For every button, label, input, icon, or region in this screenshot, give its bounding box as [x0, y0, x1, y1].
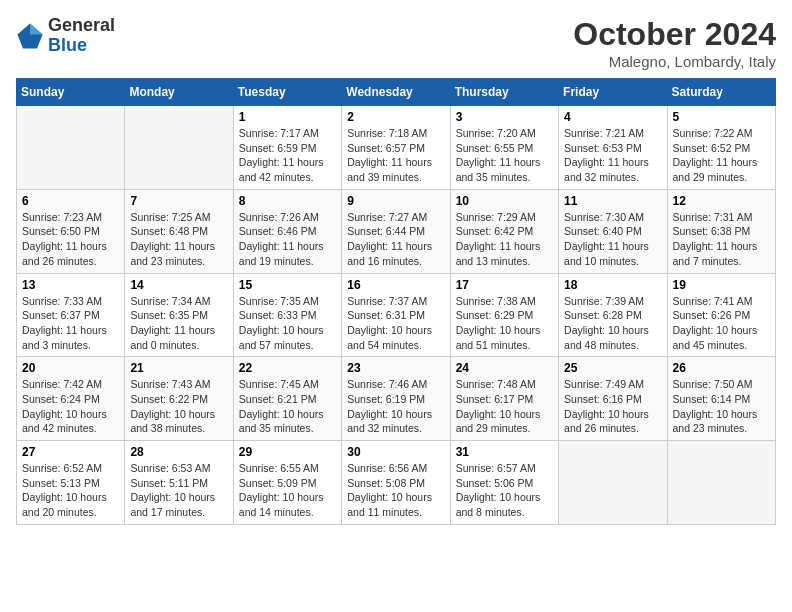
week-row-3: 13Sunrise: 7:33 AM Sunset: 6:37 PM Dayli… [17, 273, 776, 357]
day-info: Sunrise: 7:34 AM Sunset: 6:35 PM Dayligh… [130, 294, 227, 353]
day-info: Sunrise: 7:43 AM Sunset: 6:22 PM Dayligh… [130, 377, 227, 436]
day-info: Sunrise: 7:22 AM Sunset: 6:52 PM Dayligh… [673, 126, 770, 185]
calendar-cell: 2Sunrise: 7:18 AM Sunset: 6:57 PM Daylig… [342, 106, 450, 190]
day-info: Sunrise: 7:17 AM Sunset: 6:59 PM Dayligh… [239, 126, 336, 185]
calendar-cell: 24Sunrise: 7:48 AM Sunset: 6:17 PM Dayli… [450, 357, 558, 441]
day-number: 8 [239, 194, 336, 208]
day-number: 24 [456, 361, 553, 375]
day-info: Sunrise: 7:25 AM Sunset: 6:48 PM Dayligh… [130, 210, 227, 269]
week-row-4: 20Sunrise: 7:42 AM Sunset: 6:24 PM Dayli… [17, 357, 776, 441]
day-number: 10 [456, 194, 553, 208]
day-info: Sunrise: 7:39 AM Sunset: 6:28 PM Dayligh… [564, 294, 661, 353]
calendar-cell: 27Sunrise: 6:52 AM Sunset: 5:13 PM Dayli… [17, 441, 125, 525]
calendar-cell: 7Sunrise: 7:25 AM Sunset: 6:48 PM Daylig… [125, 189, 233, 273]
logo-general: General [48, 16, 115, 36]
weekday-header-wednesday: Wednesday [342, 79, 450, 106]
day-info: Sunrise: 6:52 AM Sunset: 5:13 PM Dayligh… [22, 461, 119, 520]
day-number: 21 [130, 361, 227, 375]
calendar-cell: 26Sunrise: 7:50 AM Sunset: 6:14 PM Dayli… [667, 357, 775, 441]
day-number: 29 [239, 445, 336, 459]
calendar-cell: 20Sunrise: 7:42 AM Sunset: 6:24 PM Dayli… [17, 357, 125, 441]
day-info: Sunrise: 6:55 AM Sunset: 5:09 PM Dayligh… [239, 461, 336, 520]
calendar-cell [125, 106, 233, 190]
week-row-5: 27Sunrise: 6:52 AM Sunset: 5:13 PM Dayli… [17, 441, 776, 525]
page-header: General Blue October 2024 Malegno, Lomba… [16, 16, 776, 70]
day-info: Sunrise: 7:35 AM Sunset: 6:33 PM Dayligh… [239, 294, 336, 353]
day-number: 27 [22, 445, 119, 459]
day-number: 5 [673, 110, 770, 124]
week-row-1: 1Sunrise: 7:17 AM Sunset: 6:59 PM Daylig… [17, 106, 776, 190]
calendar-cell: 23Sunrise: 7:46 AM Sunset: 6:19 PM Dayli… [342, 357, 450, 441]
day-number: 2 [347, 110, 444, 124]
calendar-cell: 31Sunrise: 6:57 AM Sunset: 5:06 PM Dayli… [450, 441, 558, 525]
calendar-table: SundayMondayTuesdayWednesdayThursdayFrid… [16, 78, 776, 525]
day-number: 1 [239, 110, 336, 124]
calendar-cell: 15Sunrise: 7:35 AM Sunset: 6:33 PM Dayli… [233, 273, 341, 357]
weekday-header-saturday: Saturday [667, 79, 775, 106]
calendar-cell: 10Sunrise: 7:29 AM Sunset: 6:42 PM Dayli… [450, 189, 558, 273]
day-info: Sunrise: 7:33 AM Sunset: 6:37 PM Dayligh… [22, 294, 119, 353]
day-number: 20 [22, 361, 119, 375]
calendar-cell [17, 106, 125, 190]
location: Malegno, Lombardy, Italy [573, 53, 776, 70]
calendar-cell: 3Sunrise: 7:20 AM Sunset: 6:55 PM Daylig… [450, 106, 558, 190]
day-number: 19 [673, 278, 770, 292]
weekday-header-row: SundayMondayTuesdayWednesdayThursdayFrid… [17, 79, 776, 106]
day-info: Sunrise: 7:41 AM Sunset: 6:26 PM Dayligh… [673, 294, 770, 353]
day-info: Sunrise: 7:49 AM Sunset: 6:16 PM Dayligh… [564, 377, 661, 436]
day-number: 17 [456, 278, 553, 292]
calendar-cell: 13Sunrise: 7:33 AM Sunset: 6:37 PM Dayli… [17, 273, 125, 357]
calendar-cell: 18Sunrise: 7:39 AM Sunset: 6:28 PM Dayli… [559, 273, 667, 357]
day-number: 11 [564, 194, 661, 208]
day-number: 15 [239, 278, 336, 292]
day-info: Sunrise: 6:56 AM Sunset: 5:08 PM Dayligh… [347, 461, 444, 520]
calendar-cell [667, 441, 775, 525]
weekday-header-friday: Friday [559, 79, 667, 106]
day-info: Sunrise: 7:21 AM Sunset: 6:53 PM Dayligh… [564, 126, 661, 185]
day-info: Sunrise: 7:30 AM Sunset: 6:40 PM Dayligh… [564, 210, 661, 269]
day-number: 18 [564, 278, 661, 292]
day-info: Sunrise: 6:57 AM Sunset: 5:06 PM Dayligh… [456, 461, 553, 520]
calendar-cell: 6Sunrise: 7:23 AM Sunset: 6:50 PM Daylig… [17, 189, 125, 273]
day-number: 14 [130, 278, 227, 292]
weekday-header-thursday: Thursday [450, 79, 558, 106]
calendar-cell: 14Sunrise: 7:34 AM Sunset: 6:35 PM Dayli… [125, 273, 233, 357]
day-number: 12 [673, 194, 770, 208]
day-number: 6 [22, 194, 119, 208]
day-number: 23 [347, 361, 444, 375]
week-row-2: 6Sunrise: 7:23 AM Sunset: 6:50 PM Daylig… [17, 189, 776, 273]
day-number: 7 [130, 194, 227, 208]
day-info: Sunrise: 6:53 AM Sunset: 5:11 PM Dayligh… [130, 461, 227, 520]
day-info: Sunrise: 7:31 AM Sunset: 6:38 PM Dayligh… [673, 210, 770, 269]
calendar-cell: 5Sunrise: 7:22 AM Sunset: 6:52 PM Daylig… [667, 106, 775, 190]
day-info: Sunrise: 7:27 AM Sunset: 6:44 PM Dayligh… [347, 210, 444, 269]
calendar-cell: 25Sunrise: 7:49 AM Sunset: 6:16 PM Dayli… [559, 357, 667, 441]
weekday-header-sunday: Sunday [17, 79, 125, 106]
day-number: 25 [564, 361, 661, 375]
day-info: Sunrise: 7:45 AM Sunset: 6:21 PM Dayligh… [239, 377, 336, 436]
day-number: 28 [130, 445, 227, 459]
day-info: Sunrise: 7:50 AM Sunset: 6:14 PM Dayligh… [673, 377, 770, 436]
calendar-cell: 8Sunrise: 7:26 AM Sunset: 6:46 PM Daylig… [233, 189, 341, 273]
calendar-cell: 9Sunrise: 7:27 AM Sunset: 6:44 PM Daylig… [342, 189, 450, 273]
calendar-cell [559, 441, 667, 525]
title-block: October 2024 Malegno, Lombardy, Italy [573, 16, 776, 70]
day-number: 13 [22, 278, 119, 292]
logo: General Blue [16, 16, 115, 56]
weekday-header-monday: Monday [125, 79, 233, 106]
month-title: October 2024 [573, 16, 776, 53]
day-number: 22 [239, 361, 336, 375]
calendar-cell: 28Sunrise: 6:53 AM Sunset: 5:11 PM Dayli… [125, 441, 233, 525]
day-number: 30 [347, 445, 444, 459]
calendar-cell: 21Sunrise: 7:43 AM Sunset: 6:22 PM Dayli… [125, 357, 233, 441]
calendar-cell: 11Sunrise: 7:30 AM Sunset: 6:40 PM Dayli… [559, 189, 667, 273]
calendar-cell: 1Sunrise: 7:17 AM Sunset: 6:59 PM Daylig… [233, 106, 341, 190]
calendar-cell: 22Sunrise: 7:45 AM Sunset: 6:21 PM Dayli… [233, 357, 341, 441]
day-info: Sunrise: 7:48 AM Sunset: 6:17 PM Dayligh… [456, 377, 553, 436]
day-info: Sunrise: 7:18 AM Sunset: 6:57 PM Dayligh… [347, 126, 444, 185]
logo-blue: Blue [48, 36, 115, 56]
calendar-cell: 16Sunrise: 7:37 AM Sunset: 6:31 PM Dayli… [342, 273, 450, 357]
day-info: Sunrise: 7:42 AM Sunset: 6:24 PM Dayligh… [22, 377, 119, 436]
day-info: Sunrise: 7:46 AM Sunset: 6:19 PM Dayligh… [347, 377, 444, 436]
day-info: Sunrise: 7:26 AM Sunset: 6:46 PM Dayligh… [239, 210, 336, 269]
